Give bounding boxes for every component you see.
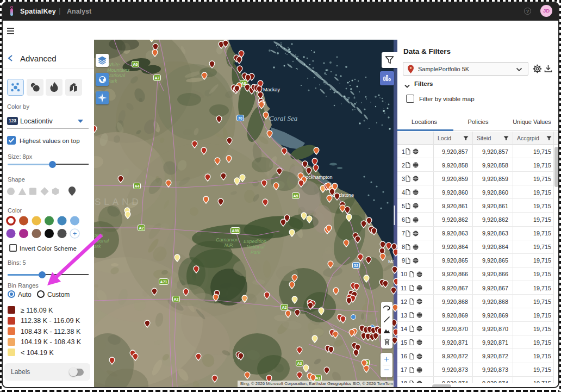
svg-text:52: 52 bbox=[354, 264, 358, 267]
svg-text:White: White bbox=[107, 62, 120, 67]
svg-text:National: National bbox=[94, 238, 109, 244]
svg-text:Narra: Narra bbox=[94, 233, 103, 238]
svg-text:70: 70 bbox=[238, 116, 242, 120]
svg-text:A6: A6 bbox=[133, 63, 138, 66]
svg-text:A5: A5 bbox=[294, 194, 298, 198]
svg-text:Park: Park bbox=[251, 250, 261, 255]
svg-text:A3: A3 bbox=[297, 362, 302, 365]
svg-text:A7: A7 bbox=[155, 76, 160, 80]
svg-text:SLAND: SLAND bbox=[95, 197, 142, 207]
svg-text:National: National bbox=[246, 244, 265, 250]
svg-text:A1: A1 bbox=[316, 376, 321, 380]
svg-text:Mackay: Mackay bbox=[263, 87, 280, 92]
svg-text:Carnarvon: Carnarvon bbox=[216, 237, 239, 242]
svg-text:A71: A71 bbox=[160, 280, 167, 284]
svg-text:National: National bbox=[107, 73, 126, 78]
svg-text:N.P.: N.P. bbox=[225, 242, 233, 248]
svg-text:A55: A55 bbox=[232, 229, 239, 233]
svg-text:A2: A2 bbox=[174, 297, 179, 301]
svg-text:Coral Sea: Coral Sea bbox=[269, 114, 298, 122]
svg-text:Park: Park bbox=[94, 244, 101, 249]
svg-text:+: + bbox=[73, 229, 77, 238]
svg-text:A2: A2 bbox=[282, 306, 287, 309]
svg-text:Mountains: Mountains bbox=[107, 67, 130, 73]
svg-text:Expedition: Expedition bbox=[244, 239, 266, 244]
svg-text:A4: A4 bbox=[135, 184, 140, 188]
svg-text:A2: A2 bbox=[139, 226, 144, 230]
